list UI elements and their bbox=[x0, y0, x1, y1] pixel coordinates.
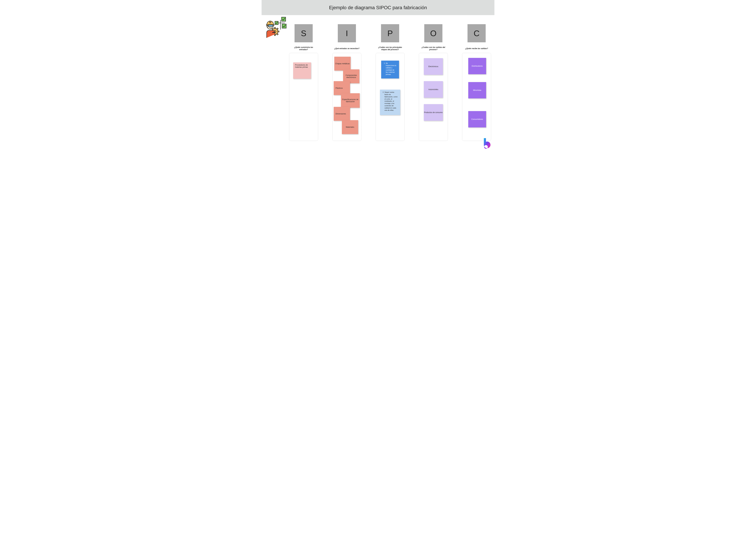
letter-box-i: I bbox=[338, 24, 356, 42]
question-suppliers: ¿Quién suministra las entradas? bbox=[289, 46, 318, 51]
svg-point-16 bbox=[267, 26, 268, 27]
question-outputs: ¿Cuáles son las salidas del proceso? bbox=[419, 46, 448, 51]
note-text: Especificaciones de fabricación bbox=[341, 98, 360, 103]
column-inputs: I ¿Qué entradas se necesitan? Chapas met… bbox=[332, 24, 362, 141]
manufacturing-worker-icon bbox=[264, 16, 287, 38]
svg-rect-11 bbox=[277, 28, 278, 30]
note-text: Dimensiones bbox=[336, 113, 346, 115]
note-text: Electrónicos bbox=[428, 65, 438, 68]
note-text: Materiales bbox=[346, 126, 354, 128]
canvas: Ejemplo de diagrama SIPOC para fabricaci… bbox=[262, 0, 494, 152]
svg-rect-4 bbox=[282, 24, 286, 28]
question-process: ¿Cuáles son las principales etapas del p… bbox=[375, 46, 405, 51]
page-title: Ejemplo de diagrama SIPOC para fabricaci… bbox=[329, 5, 427, 10]
note-process-step-2[interactable]: Seguir varias fases de fabricación, como… bbox=[380, 90, 400, 115]
svg-rect-13 bbox=[277, 33, 278, 35]
note-text: Seguir varias fases de fabricación, como… bbox=[385, 91, 398, 111]
note-text: Proveedores de materias primas bbox=[295, 64, 308, 68]
column-process: P ¿Cuáles son las principales etapas del… bbox=[375, 24, 405, 141]
svg-rect-3 bbox=[282, 17, 286, 21]
brand-logo-icon bbox=[481, 138, 492, 150]
container-suppliers: Proveedores de materias primas bbox=[289, 53, 318, 141]
question-inputs: ¿Qué entradas se necesitan? bbox=[333, 46, 360, 51]
question-customers: ¿Quién recibe las salidas? bbox=[464, 46, 489, 51]
note-output-automoviles[interactable]: Automóviles bbox=[424, 81, 443, 98]
note-output-productos-consumo[interactable]: Productos de consumo bbox=[424, 104, 443, 121]
sipoc-columns: S ¿Quién suministra las entradas? Provee… bbox=[289, 24, 491, 141]
svg-rect-19 bbox=[268, 25, 273, 27]
column-outputs: O ¿Cuáles son las salidas del proceso? E… bbox=[419, 24, 448, 141]
container-customers: Distribuidores Minoristas Consumidores bbox=[462, 53, 491, 141]
svg-rect-7 bbox=[274, 27, 275, 29]
note-output-electronicos[interactable]: Electrónicos bbox=[424, 58, 443, 75]
svg-rect-17 bbox=[270, 21, 271, 23]
note-text: Componentes electrónicos bbox=[343, 74, 359, 78]
note-input-dimensiones[interactable]: Dimensiones bbox=[334, 107, 350, 121]
container-outputs: Electrónicos Automóviles Productos de co… bbox=[419, 53, 448, 141]
note-text: Plásticos bbox=[336, 87, 343, 89]
container-inputs: Chapas metálicas Componentes electrónico… bbox=[332, 53, 361, 141]
container-process: Se inspecciona la calidad y cantidad de … bbox=[376, 53, 405, 141]
note-text: Automóviles bbox=[428, 88, 438, 91]
letter-box-s: S bbox=[295, 24, 313, 42]
svg-rect-8 bbox=[274, 34, 275, 36]
note-text: Se inspecciona la calidad y cantidad de … bbox=[386, 62, 397, 76]
note-customer-minoristas[interactable]: Minoristas bbox=[468, 82, 486, 98]
note-text: Productos de consumo bbox=[424, 111, 443, 114]
letter-box-o: O bbox=[424, 24, 442, 42]
note-input-plasticos[interactable]: Plásticos bbox=[334, 81, 350, 95]
note-text: Chapas metálicas bbox=[335, 63, 350, 65]
note-text: Consumidores bbox=[471, 118, 483, 120]
note-input-chapas[interactable]: Chapas metálicas bbox=[334, 57, 351, 71]
note-customer-consumidores[interactable]: Consumidores bbox=[468, 111, 486, 127]
letter-box-p: P bbox=[381, 24, 399, 42]
note-process-step-1[interactable]: Se inspecciona la calidad y cantidad de … bbox=[381, 61, 399, 78]
note-suppliers-raw-materials[interactable]: Proveedores de materias primas bbox=[293, 62, 311, 79]
svg-rect-9 bbox=[278, 31, 279, 32]
title-bar: Ejemplo de diagrama SIPOC para fabricaci… bbox=[262, 0, 494, 15]
note-customer-distribuidores[interactable]: Distribuidores bbox=[468, 58, 486, 74]
column-customers: C ¿Quién recibe las salidas? Distribuido… bbox=[462, 24, 491, 141]
note-input-especificaciones[interactable]: Especificaciones de fabricación bbox=[341, 93, 360, 108]
letter-box-c: C bbox=[468, 24, 486, 42]
note-text: Distribuidores bbox=[472, 65, 483, 67]
note-input-materiales[interactable]: Materiales bbox=[342, 120, 358, 134]
column-suppliers: S ¿Quién suministra las entradas? Provee… bbox=[289, 24, 318, 141]
note-text: Minoristas bbox=[473, 89, 481, 91]
